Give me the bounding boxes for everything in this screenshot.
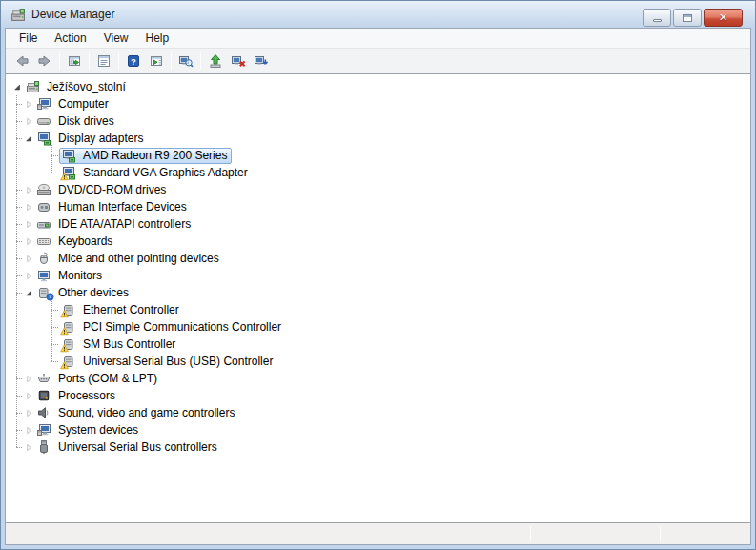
menu-help[interactable]: Help bbox=[137, 29, 178, 48]
tree-item-amd-radeon-r9-200-series[interactable]: AMD Radeon R9 200 Series bbox=[6, 147, 750, 164]
scan-computer-button[interactable] bbox=[174, 51, 197, 71]
expando-placeholder bbox=[48, 147, 59, 164]
tree-item-universal-serial-bus-usb-controller[interactable]: Universal Serial Bus (USB) Controller bbox=[6, 353, 750, 370]
expand-arrow-icon[interactable] bbox=[23, 250, 34, 267]
tree-item-inner[interactable]: SM Bus Controller bbox=[59, 336, 180, 353]
minimize-button[interactable] bbox=[643, 9, 671, 27]
device-manager-window: Device Manager ✕ File Action View Help ?… bbox=[0, 0, 756, 550]
tree-item-computer[interactable]: Computer bbox=[6, 95, 750, 112]
dvd-drive-icon bbox=[36, 182, 52, 197]
tree-item-inner[interactable]: Ethernet Controller bbox=[59, 302, 184, 318]
tree-item-inner[interactable]: Mice and other pointing devices bbox=[34, 251, 224, 267]
arrow-right-icon bbox=[37, 53, 52, 69]
tree-item-label: IDE ATA/ATAPI controllers bbox=[57, 216, 192, 232]
tree-item-sound-video-and-game-controllers[interactable]: Sound, video and game controllers bbox=[6, 404, 750, 421]
tree-item-inner[interactable]: PCI Simple Communications Controller bbox=[59, 319, 286, 336]
tree-item-inner[interactable]: Disk drives bbox=[34, 113, 119, 130]
tree-item-inner[interactable]: Standard VGA Graphics Adapter bbox=[59, 165, 253, 181]
expand-arrow-icon[interactable] bbox=[23, 215, 34, 233]
update-driver-software-button[interactable] bbox=[204, 51, 227, 71]
tree-item-inner[interactable]: Human Interface Devices bbox=[34, 199, 192, 215]
tree-item-inner[interactable]: Ježíšovo_stolní bbox=[23, 79, 131, 95]
tree-item-system-devices[interactable]: System devices bbox=[6, 421, 750, 438]
tree-item-inner[interactable]: Processors bbox=[34, 388, 120, 404]
selected-tree-item[interactable]: AMD Radeon R9 200 Series bbox=[59, 148, 232, 164]
expand-arrow-icon[interactable] bbox=[23, 387, 34, 404]
properties-button[interactable] bbox=[92, 51, 115, 71]
scan-for-hardware-changes-button[interactable] bbox=[250, 51, 273, 71]
expand-arrow-icon[interactable] bbox=[23, 181, 34, 198]
expand-arrow-icon[interactable] bbox=[23, 438, 34, 456]
expand-arrow-icon[interactable] bbox=[23, 198, 34, 215]
tree-item-inner[interactable]: DVD/CD-ROM drives bbox=[34, 182, 171, 198]
forward-button[interactable] bbox=[33, 51, 56, 71]
tree-item-disk-drives[interactable]: Disk drives bbox=[6, 112, 750, 130]
tree-item-inner[interactable]: Universal Serial Bus (USB) Controller bbox=[59, 354, 277, 370]
menu-file[interactable]: File bbox=[10, 29, 46, 48]
tree-item-label: Ježíšovo_stolní bbox=[46, 79, 127, 94]
tree-item-pci-simple-communications-controller[interactable]: PCI Simple Communications Controller bbox=[6, 318, 750, 336]
tree-item-display-adapters[interactable]: Display adapters bbox=[6, 130, 750, 147]
expand-arrow-icon[interactable] bbox=[23, 233, 34, 250]
tree-item-human-interface-devices[interactable]: Human Interface Devices bbox=[6, 198, 750, 215]
unknown-device-icon bbox=[61, 302, 77, 317]
tree-item-ježíšovo-stolní[interactable]: Ježíšovo_stolní bbox=[6, 78, 750, 95]
menu-action[interactable]: Action bbox=[46, 29, 94, 48]
expand-arrow-icon[interactable] bbox=[23, 112, 34, 130]
back-button[interactable] bbox=[10, 51, 33, 71]
tree-item-inner[interactable]: Monitors bbox=[34, 268, 107, 284]
collapse-arrow-icon[interactable] bbox=[23, 130, 34, 147]
toolbar-separator bbox=[89, 52, 90, 70]
tree-item-mice-and-other-pointing-devices[interactable]: Mice and other pointing devices bbox=[6, 250, 750, 267]
tree-item-universal-serial-bus-controllers[interactable]: Universal Serial Bus controllers bbox=[6, 438, 750, 456]
tree-item-inner[interactable]: Display adapters bbox=[34, 131, 148, 147]
tree-item-label: Monitors bbox=[57, 268, 103, 283]
tree-item-ide-ata-atapi-controllers[interactable]: IDE ATA/ATAPI controllers bbox=[6, 215, 750, 233]
tree-item-inner[interactable]: ?Other devices bbox=[34, 285, 133, 301]
help-button[interactable]: ? bbox=[122, 51, 145, 71]
tree-item-inner[interactable]: IDE ATA/ATAPI controllers bbox=[34, 216, 195, 233]
show-console-tree-button[interactable] bbox=[63, 51, 86, 71]
expand-arrow-icon[interactable] bbox=[23, 404, 34, 421]
expando-placeholder bbox=[48, 318, 59, 336]
toolbar-separator bbox=[200, 52, 201, 70]
toolbar-separator bbox=[171, 52, 172, 70]
tree-item-inner[interactable]: Ports (COM & LPT) bbox=[34, 371, 162, 387]
window-title: Device Manager bbox=[31, 8, 114, 21]
maximize-button[interactable] bbox=[673, 9, 702, 27]
tree-item-inner[interactable]: Universal Serial Bus controllers bbox=[34, 439, 222, 456]
tree-item-label: Sound, video and game controllers bbox=[57, 405, 235, 420]
menu-view[interactable]: View bbox=[95, 29, 137, 48]
tree-item-label: System devices bbox=[57, 422, 139, 438]
collapse-arrow-icon[interactable] bbox=[23, 284, 34, 301]
tree-item-inner[interactable]: Computer bbox=[34, 96, 113, 112]
warning-badge-icon bbox=[60, 173, 69, 181]
tree-item-inner[interactable]: Keyboards bbox=[34, 234, 117, 250]
tree-item-standard-vga-graphics-adapter[interactable]: Standard VGA Graphics Adapter bbox=[6, 164, 750, 181]
speaker-icon bbox=[36, 405, 52, 420]
warning-badge-icon bbox=[60, 327, 69, 336]
expand-arrow-icon[interactable] bbox=[23, 421, 34, 438]
tree-item-dvd-cd-rom-drives[interactable]: DVD/CD-ROM drives bbox=[6, 181, 750, 198]
tree-item-monitors[interactable]: Monitors bbox=[6, 267, 750, 284]
uninstall-device-button[interactable] bbox=[227, 51, 250, 71]
expand-arrow-icon[interactable] bbox=[23, 267, 34, 284]
collapse-arrow-icon[interactable] bbox=[11, 78, 23, 95]
expand-arrow-icon[interactable] bbox=[23, 370, 34, 387]
tree-item-ports-com-lpt[interactable]: Ports (COM & LPT) bbox=[6, 370, 750, 387]
tree-item-inner[interactable]: System devices bbox=[34, 422, 143, 438]
close-button[interactable]: ✕ bbox=[704, 9, 743, 27]
show-action-pane-button[interactable] bbox=[145, 51, 168, 71]
expand-arrow-icon[interactable] bbox=[23, 95, 34, 112]
client-area: File Action View Help ? Ježíšovo_stolníC… bbox=[5, 28, 751, 545]
display-adapter-icon bbox=[61, 148, 77, 163]
tree-item-ethernet-controller[interactable]: Ethernet Controller bbox=[6, 301, 750, 318]
tree-item-processors[interactable]: Processors bbox=[6, 387, 750, 404]
tree-item-sm-bus-controller[interactable]: SM Bus Controller bbox=[6, 336, 750, 353]
tree-item-other-devices[interactable]: ?Other devices bbox=[6, 284, 750, 301]
warning-badge-icon bbox=[60, 344, 69, 353]
title-bar[interactable]: Device Manager ✕ bbox=[1, 1, 755, 28]
processor-icon bbox=[36, 388, 52, 403]
tree-item-inner[interactable]: Sound, video and game controllers bbox=[34, 405, 239, 421]
tree-item-keyboards[interactable]: Keyboards bbox=[6, 233, 750, 250]
